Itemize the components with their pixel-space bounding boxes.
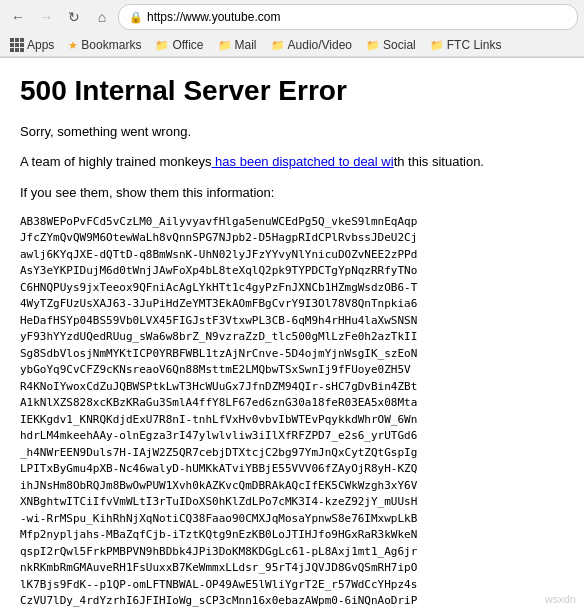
folder-icon-ftclinks: 📁 (430, 39, 444, 52)
apps-grid-icon (10, 38, 24, 52)
mail-folder[interactable]: 📁 Mail (214, 36, 261, 54)
error-body: Sorry, something went wrong. A team of h… (20, 122, 564, 613)
folder-icon-mail: 📁 (218, 39, 232, 52)
office-label: Office (172, 38, 203, 52)
office-folder[interactable]: 📁 Office (151, 36, 207, 54)
browser-chrome: ← → ↻ ⌂ 🔒 https://www.youtube.com Apps (0, 0, 584, 58)
bookmarks-star-item[interactable]: ★ Bookmarks (64, 36, 145, 54)
error-code-block: AB38WEPoPvFCd5vCzLM0_AilyvyavfHlga5enuWC… (20, 214, 564, 613)
folder-icon-social: 📁 (366, 39, 380, 52)
back-button[interactable]: ← (6, 5, 30, 29)
star-icon: ★ (68, 39, 78, 52)
folder-icon-audiovideo: 📁 (271, 39, 285, 52)
apps-label: Apps (27, 38, 54, 52)
forward-button[interactable]: → (34, 5, 58, 29)
error-line2-underlined: has been dispatched to deal wi (212, 154, 394, 169)
folder-icon-office: 📁 (155, 39, 169, 52)
nav-bar: ← → ↻ ⌂ 🔒 https://www.youtube.com (0, 0, 584, 34)
ftclinks-label: FTC Links (447, 38, 502, 52)
watermark: wsxdn (545, 593, 576, 605)
social-folder[interactable]: 📁 Social (362, 36, 420, 54)
reload-button[interactable]: ↻ (62, 5, 86, 29)
social-label: Social (383, 38, 416, 52)
audiovideo-folder[interactable]: 📁 Audio/Video (267, 36, 357, 54)
error-line3: If you see them, show them this informat… (20, 183, 564, 204)
bookmarks-label: Bookmarks (81, 38, 141, 52)
page-content: 500 Internal Server Error Sorry, somethi… (0, 58, 584, 613)
error-line2-suffix: th this situation. (394, 154, 484, 169)
error-line2: A team of highly trained monkeys has bee… (20, 152, 564, 173)
error-title: 500 Internal Server Error (20, 74, 564, 108)
bookmarks-bar: Apps ★ Bookmarks 📁 Office 📁 Mail 📁 Audio… (0, 34, 584, 57)
ftclinks-folder[interactable]: 📁 FTC Links (426, 36, 506, 54)
url-text: https://www.youtube.com (147, 10, 567, 24)
lock-icon: 🔒 (129, 11, 143, 24)
address-bar[interactable]: 🔒 https://www.youtube.com (118, 4, 578, 30)
apps-button[interactable]: Apps (6, 36, 58, 54)
error-line2-prefix: A team of highly trained monkeys (20, 154, 212, 169)
home-button[interactable]: ⌂ (90, 5, 114, 29)
audiovideo-label: Audio/Video (288, 38, 353, 52)
mail-label: Mail (235, 38, 257, 52)
error-line1: Sorry, something went wrong. (20, 122, 564, 143)
